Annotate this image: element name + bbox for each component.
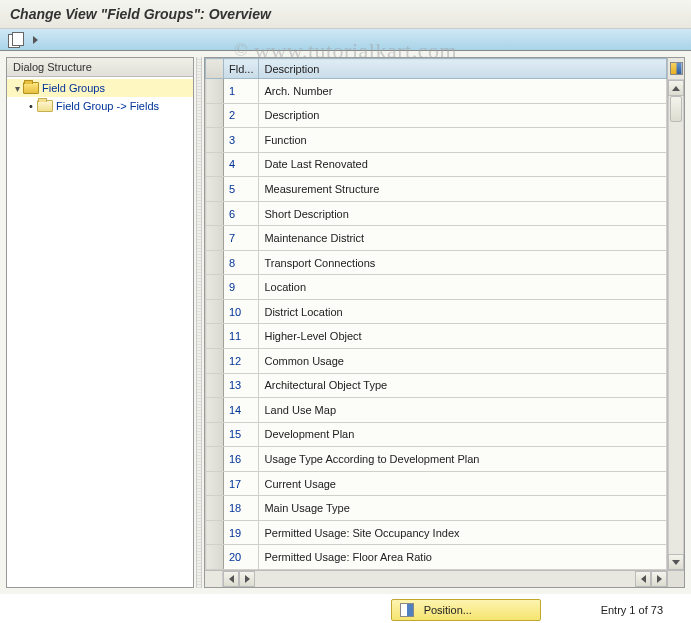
- cell-description[interactable]: Common Usage: [259, 349, 667, 374]
- tree-node-field-groups[interactable]: ▾ Field Groups: [7, 79, 193, 97]
- cell-description[interactable]: Short Description: [259, 201, 667, 226]
- row-handle[interactable]: [206, 471, 224, 496]
- table-row[interactable]: 17Current Usage: [206, 471, 667, 496]
- cell-fld[interactable]: 15: [224, 422, 259, 447]
- col-header-fld[interactable]: Fld...: [224, 59, 259, 79]
- cell-description[interactable]: Location: [259, 275, 667, 300]
- table-row[interactable]: 1Arch. Number: [206, 79, 667, 104]
- row-handle[interactable]: [206, 422, 224, 447]
- table-row[interactable]: 15Development Plan: [206, 422, 667, 447]
- table-row[interactable]: 9Location: [206, 275, 667, 300]
- row-handle[interactable]: [206, 250, 224, 275]
- row-handle[interactable]: [206, 299, 224, 324]
- cell-fld[interactable]: 5: [224, 177, 259, 202]
- cell-fld[interactable]: 7: [224, 226, 259, 251]
- cell-fld[interactable]: 14: [224, 398, 259, 423]
- cell-description[interactable]: Development Plan: [259, 422, 667, 447]
- scroll-track[interactable]: [668, 96, 684, 554]
- row-handle[interactable]: [206, 545, 224, 570]
- table-row[interactable]: 18Main Usage Type: [206, 496, 667, 521]
- tree-node-field-group-fields[interactable]: • Field Group -> Fields: [7, 97, 193, 115]
- cell-description[interactable]: Land Use Map: [259, 398, 667, 423]
- row-handle[interactable]: [206, 177, 224, 202]
- cell-fld[interactable]: 1: [224, 79, 259, 104]
- cell-description[interactable]: Arch. Number: [259, 79, 667, 104]
- scroll-right-button-1[interactable]: [239, 571, 255, 587]
- table-row[interactable]: 19Permitted Usage: Site Occupancy Index: [206, 520, 667, 545]
- cell-fld[interactable]: 11: [224, 324, 259, 349]
- row-handle[interactable]: [206, 275, 224, 300]
- row-handle[interactable]: [206, 349, 224, 374]
- row-handle[interactable]: [206, 447, 224, 472]
- cell-fld[interactable]: 2: [224, 103, 259, 128]
- cell-fld[interactable]: 8: [224, 250, 259, 275]
- scroll-up-button[interactable]: [668, 80, 684, 96]
- cell-fld[interactable]: 10: [224, 299, 259, 324]
- row-handle[interactable]: [206, 79, 224, 104]
- scroll-left-button-2[interactable]: [635, 571, 651, 587]
- table-row[interactable]: 12Common Usage: [206, 349, 667, 374]
- collapse-icon[interactable]: ▾: [11, 83, 23, 94]
- cell-description[interactable]: Transport Connections: [259, 250, 667, 275]
- row-handle[interactable]: [206, 201, 224, 226]
- cell-fld[interactable]: 3: [224, 128, 259, 153]
- scroll-right-button-2[interactable]: [651, 571, 667, 587]
- cell-description[interactable]: Permitted Usage: Site Occupancy Index: [259, 520, 667, 545]
- cell-fld[interactable]: 16: [224, 447, 259, 472]
- toolbar-arrow-icon[interactable]: [30, 33, 44, 47]
- other-view-icon[interactable]: [8, 33, 26, 47]
- table-settings-button[interactable]: [668, 58, 684, 80]
- row-handle[interactable]: [206, 152, 224, 177]
- table-row[interactable]: 6Short Description: [206, 201, 667, 226]
- cell-fld[interactable]: 17: [224, 471, 259, 496]
- position-button[interactable]: Position...: [391, 599, 541, 621]
- cell-fld[interactable]: 4: [224, 152, 259, 177]
- cell-fld[interactable]: 9: [224, 275, 259, 300]
- table-row[interactable]: 11Higher-Level Object: [206, 324, 667, 349]
- cell-description[interactable]: Higher-Level Object: [259, 324, 667, 349]
- cell-description[interactable]: Measurement Structure: [259, 177, 667, 202]
- cell-description[interactable]: Description: [259, 103, 667, 128]
- cell-description[interactable]: Permitted Usage: Floor Area Ratio: [259, 545, 667, 570]
- cell-fld[interactable]: 12: [224, 349, 259, 374]
- splitter[interactable]: [196, 57, 202, 588]
- table-row[interactable]: 10District Location: [206, 299, 667, 324]
- cell-fld[interactable]: 19: [224, 520, 259, 545]
- table-row[interactable]: 4Date Last Renovated: [206, 152, 667, 177]
- cell-description[interactable]: Maintenance District: [259, 226, 667, 251]
- cell-description[interactable]: Main Usage Type: [259, 496, 667, 521]
- cell-fld[interactable]: 20: [224, 545, 259, 570]
- table-row[interactable]: 14Land Use Map: [206, 398, 667, 423]
- table-row[interactable]: 5Measurement Structure: [206, 177, 667, 202]
- cell-description[interactable]: Function: [259, 128, 667, 153]
- table-row[interactable]: 3Function: [206, 128, 667, 153]
- row-handle[interactable]: [206, 496, 224, 521]
- col-header-description[interactable]: Description: [259, 59, 667, 79]
- table-row[interactable]: 16Usage Type According to Development Pl…: [206, 447, 667, 472]
- cell-description[interactable]: Architectural Object Type: [259, 373, 667, 398]
- row-handle[interactable]: [206, 398, 224, 423]
- table-row[interactable]: 13Architectural Object Type: [206, 373, 667, 398]
- table-row[interactable]: 7Maintenance District: [206, 226, 667, 251]
- cell-description[interactable]: Current Usage: [259, 471, 667, 496]
- scroll-left-button[interactable]: [223, 571, 239, 587]
- row-handle[interactable]: [206, 520, 224, 545]
- cell-fld[interactable]: 13: [224, 373, 259, 398]
- cell-fld[interactable]: 18: [224, 496, 259, 521]
- row-handle[interactable]: [206, 324, 224, 349]
- vertical-scrollbar[interactable]: [668, 80, 684, 570]
- cell-description[interactable]: Date Last Renovated: [259, 152, 667, 177]
- cell-fld[interactable]: 6: [224, 201, 259, 226]
- table-row[interactable]: 8Transport Connections: [206, 250, 667, 275]
- row-handle[interactable]: [206, 373, 224, 398]
- scroll-down-button[interactable]: [668, 554, 684, 570]
- cell-description[interactable]: District Location: [259, 299, 667, 324]
- row-handle[interactable]: [206, 226, 224, 251]
- cell-description[interactable]: Usage Type According to Development Plan: [259, 447, 667, 472]
- table-row[interactable]: 20Permitted Usage: Floor Area Ratio: [206, 545, 667, 570]
- scroll-thumb[interactable]: [670, 96, 682, 122]
- table-row[interactable]: 2Description: [206, 103, 667, 128]
- row-handle[interactable]: [206, 128, 224, 153]
- row-handle[interactable]: [206, 103, 224, 128]
- select-all-handle[interactable]: [206, 59, 224, 79]
